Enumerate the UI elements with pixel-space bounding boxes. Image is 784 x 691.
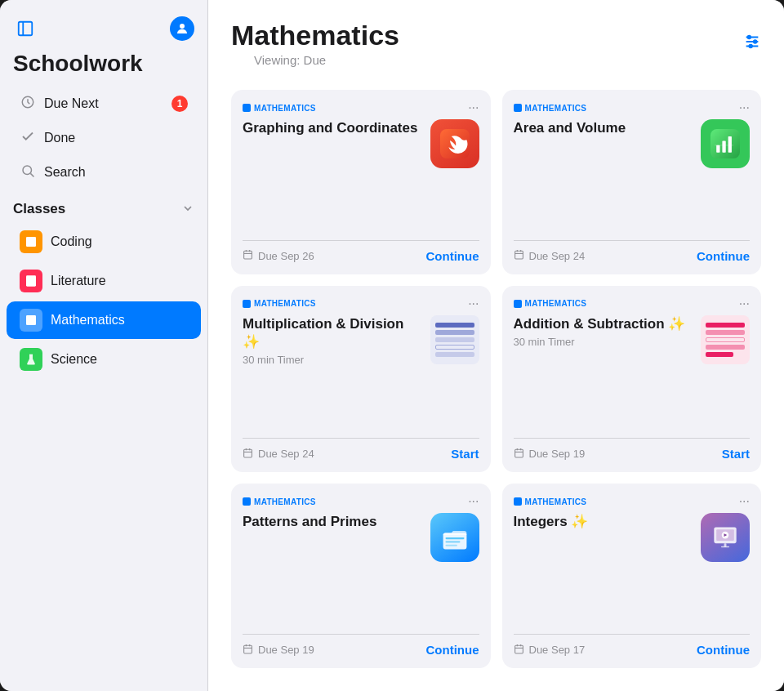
card-more-button[interactable]: ···	[739, 101, 750, 114]
main-title: Mathematics	[231, 20, 399, 51]
card-due: Due Sep 24	[514, 249, 586, 262]
coding-label: Coding	[51, 234, 92, 249]
thumb-row	[706, 337, 745, 342]
sidebar-item-due-next[interactable]: Due Next 1	[7, 87, 201, 120]
due-date: Due Sep 24	[529, 250, 586, 262]
viewing-label: Viewing: Due	[231, 51, 399, 77]
card-subject: Mathematics	[243, 497, 316, 506]
card-more-button[interactable]: ···	[739, 297, 750, 310]
card-action-continue[interactable]: Continue	[426, 643, 479, 657]
science-icon	[20, 348, 42, 371]
classes-title: Classes	[13, 201, 65, 217]
card-action-start[interactable]: Start	[451, 447, 479, 461]
sidebar-item-mathematics[interactable]: Mathematics	[7, 301, 201, 339]
card-subtitle: 30 min Timer	[514, 336, 692, 348]
calendar-icon	[243, 644, 253, 657]
card-body: Patterns and Primes	[243, 513, 479, 624]
card-title: Graphing and Coordinates	[243, 119, 421, 137]
card-due: Due Sep 24	[243, 448, 314, 461]
app-window: Schoolwork Due Next 1 Done	[0, 0, 784, 691]
card-subject: Mathematics	[514, 104, 587, 113]
card-title: Multiplication & Division ✨	[243, 315, 421, 351]
assignment-card-patterns: Mathematics ··· Patterns and Primes	[231, 484, 491, 668]
thumb-row	[435, 345, 474, 350]
subject-icon	[243, 497, 251, 506]
svg-rect-45	[445, 537, 464, 539]
svg-rect-47	[445, 545, 457, 546]
swift-app-icon	[430, 119, 479, 168]
thumb-row	[435, 352, 474, 357]
sidebar-toggle-button[interactable]	[13, 16, 38, 41]
subject-icon	[243, 104, 251, 112]
search-label: Search	[44, 165, 86, 180]
card-title: Patterns and Primes	[243, 513, 421, 531]
mathematics-icon	[20, 309, 42, 332]
card-subtitle: 30 min Timer	[243, 354, 421, 366]
card-footer: Due Sep 24 Start	[243, 438, 479, 461]
check-icon	[20, 129, 36, 147]
literature-icon	[20, 270, 42, 292]
numbers-app-icon	[701, 119, 750, 168]
classes-chevron[interactable]	[181, 202, 194, 217]
card-footer: Due Sep 19 Continue	[243, 634, 479, 657]
sidebar-item-done[interactable]: Done	[7, 122, 201, 154]
svg-rect-39	[514, 449, 523, 457]
sidebar-item-coding[interactable]: Coding	[7, 223, 201, 261]
app-title: Schoolwork	[0, 47, 207, 87]
main-title-group: Mathematics Viewing: Due	[231, 20, 399, 77]
card-action-continue[interactable]: Continue	[697, 643, 750, 657]
svg-point-20	[749, 45, 752, 48]
done-label: Done	[44, 131, 75, 145]
card-action-continue[interactable]: Continue	[697, 249, 750, 263]
due-date: Due Sep 26	[258, 250, 314, 262]
main-header: Mathematics Viewing: Due	[208, 0, 784, 83]
card-subject: Mathematics	[514, 299, 587, 308]
card-body: Multiplication & Division ✨ 30 min Timer	[243, 315, 479, 428]
card-header: Mathematics ···	[243, 101, 479, 114]
card-info: Integers ✨	[514, 513, 692, 533]
card-info: Multiplication & Division ✨ 30 min Timer	[243, 315, 421, 366]
card-subject: Mathematics	[243, 299, 316, 308]
card-title: Area and Volume	[514, 119, 692, 137]
svg-point-2	[180, 24, 185, 29]
sidebar-item-literature[interactable]: Literature	[7, 262, 201, 300]
card-more-button[interactable]: ···	[468, 101, 479, 114]
card-body: Integers ✨	[514, 513, 751, 624]
filter-button[interactable]	[743, 33, 761, 51]
card-more-button[interactable]: ···	[468, 297, 479, 310]
sidebar-item-search[interactable]: Search	[7, 156, 201, 189]
calendar-icon	[514, 448, 524, 461]
card-more-button[interactable]: ···	[739, 495, 750, 508]
svg-line-5	[30, 173, 33, 176]
keynote-app-icon	[701, 513, 750, 562]
thumb-row	[706, 323, 745, 328]
card-header: Mathematics ···	[243, 297, 479, 310]
card-due: Due Sep 26	[243, 249, 314, 262]
profile-button[interactable]	[170, 16, 194, 41]
card-header: Mathematics ···	[243, 495, 479, 508]
svg-rect-46	[445, 541, 460, 542]
due-date: Due Sep 19	[258, 644, 314, 656]
svg-rect-0	[19, 22, 33, 36]
svg-rect-29	[728, 136, 732, 153]
card-action-start[interactable]: Start	[722, 447, 750, 461]
search-icon	[20, 163, 36, 181]
literature-label: Literature	[51, 274, 106, 288]
thumb-row	[706, 330, 745, 335]
assignment-card-area-volume: Mathematics ··· Area and Volume	[502, 90, 762, 274]
card-footer: Due Sep 26 Continue	[243, 240, 479, 263]
thumb-row	[706, 345, 745, 350]
card-header: Mathematics ···	[514, 495, 751, 508]
sidebar-item-science[interactable]: Science	[7, 341, 201, 378]
card-footer: Due Sep 24 Continue	[514, 240, 751, 263]
mathematics-label: Mathematics	[51, 313, 125, 328]
assignment-card-multiplication: Mathematics ··· Multiplication & Divisio…	[231, 286, 491, 472]
card-action-continue[interactable]: Continue	[426, 249, 479, 263]
thumb-row	[435, 323, 474, 328]
due-date: Due Sep 19	[529, 448, 586, 460]
card-footer: Due Sep 19 Start	[514, 438, 751, 461]
card-due: Due Sep 19	[243, 644, 314, 657]
due-date: Due Sep 24	[258, 448, 314, 460]
card-more-button[interactable]: ···	[468, 495, 479, 508]
card-thumbnail	[430, 315, 479, 364]
